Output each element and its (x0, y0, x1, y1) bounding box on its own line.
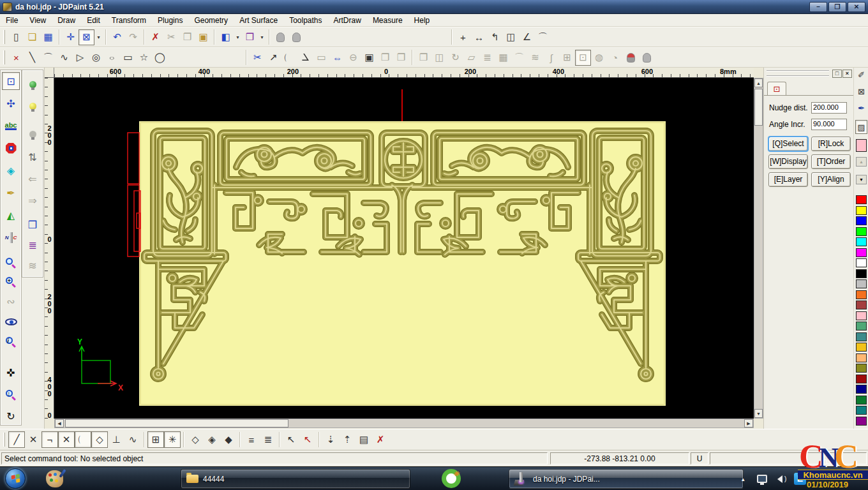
undo-icon[interactable]: ↶ (109, 29, 125, 45)
arc-array-icon[interactable]: ⌒ (511, 50, 527, 66)
draw-curve-icon[interactable]: ∿ (56, 50, 72, 66)
save-file-icon[interactable]: ▦ (40, 29, 56, 45)
render-dropdown-icon[interactable]: ▾ (258, 29, 266, 45)
start-button[interactable] (5, 468, 26, 489)
pan-tool-icon[interactable]: ✜ (2, 364, 20, 382)
display-button[interactable]: [W]Display (768, 154, 808, 169)
draw-line-icon[interactable]: ╲ (24, 50, 40, 66)
light-half-icon[interactable] (24, 97, 41, 115)
draw-ellipse-icon[interactable]: ○ (104, 52, 120, 63)
menu-edit[interactable]: Edit (81, 15, 106, 26)
drop-node-icon[interactable]: ⇣ (322, 431, 339, 448)
iso-view-1-icon[interactable]: ◇ (187, 431, 204, 448)
mirror-object-icon[interactable]: ◫ (431, 50, 447, 66)
delete-icon[interactable]: ✗ (147, 29, 163, 45)
draw-oval-icon[interactable]: ◯ (152, 50, 168, 66)
dock-minimize-icon[interactable]: □ (832, 70, 842, 78)
snap-corner-icon[interactable]: ¬ (41, 431, 58, 448)
color-swatch[interactable] (856, 301, 867, 309)
volume-tray-icon[interactable]: ) (777, 467, 786, 490)
overlap-check-icon[interactable]: ⊡ (575, 50, 591, 66)
emboss-tool-icon[interactable]: ◭ (2, 206, 20, 224)
cut-icon[interactable]: ✂ (163, 29, 179, 45)
outline-tool-icon[interactable] (2, 139, 20, 157)
select-button[interactable]: [Q]Select (768, 137, 808, 151)
color-swatch[interactable] (856, 385, 867, 394)
color-swatch[interactable] (856, 290, 867, 299)
weld-icon[interactable]: ◔ (607, 50, 623, 66)
color-swatch[interactable] (856, 375, 867, 383)
nest-icon[interactable]: ◍ (591, 50, 607, 66)
concentric-icon[interactable]: ▣ (361, 50, 377, 66)
color-swatch[interactable] (856, 417, 867, 426)
snap-tangent-icon[interactable]: ⌒ (75, 431, 91, 448)
measure-angle-icon[interactable]: ∠ (519, 29, 535, 45)
color-swatch[interactable] (856, 322, 867, 330)
measure-point-icon[interactable]: + (455, 29, 471, 45)
select-tool-icon[interactable]: ⊡ (2, 72, 20, 90)
draw-point-icon[interactable]: × (8, 50, 24, 66)
menu-plugins[interactable]: Plugins (152, 15, 188, 26)
region-tool-icon[interactable]: ◈ (2, 161, 20, 179)
fillet-icon[interactable]: ⌒ (281, 50, 297, 66)
chamfer-icon[interactable]: ∠ (297, 50, 313, 66)
snap-cross-icon[interactable]: ✕ (58, 431, 75, 448)
color-swatch[interactable] (856, 269, 867, 278)
measure-dimension-icon[interactable]: ◫ (503, 29, 519, 45)
draw-polygon-icon[interactable]: ▷ (72, 50, 88, 66)
pick-delete-icon[interactable]: ↖ (299, 431, 316, 448)
jdpaint-app-icon[interactable]: ❋ (442, 469, 461, 488)
color-scroll-up-icon[interactable]: ▲ (856, 157, 867, 167)
select-mode-dropdown-icon[interactable]: ▾ (94, 29, 103, 45)
color-swatch[interactable] (856, 195, 867, 204)
redo-icon[interactable]: ↷ (125, 29, 141, 45)
layer-book-icon[interactable]: ❒ (24, 216, 41, 234)
menu-file[interactable]: File (0, 15, 24, 26)
pick-point-icon[interactable]: ↖ (283, 431, 299, 448)
menu-geometry[interactable]: Geometry (188, 15, 234, 26)
paint-app-icon[interactable] (46, 470, 63, 487)
snap-quadrant-icon[interactable]: ◇ (91, 431, 108, 448)
copy-object-icon[interactable]: ❐ (415, 50, 431, 66)
zoom-window-icon[interactable] (2, 254, 20, 272)
axis-snap-icon[interactable]: ✳ (164, 431, 181, 448)
color-swatch[interactable] (856, 311, 867, 320)
text-tool-icon[interactable]: abc (2, 117, 20, 135)
relief-front-icon[interactable] (273, 29, 288, 45)
knife-tool-icon[interactable]: ✒ (2, 184, 20, 202)
fill-frame-icon[interactable]: ⊠ (855, 87, 867, 96)
list-select-icon[interactable]: ▤ (355, 431, 372, 448)
zoom-previous-icon[interactable]: ∾ (2, 292, 20, 310)
horizontal-scrollbar[interactable]: ◀ ▶ (54, 419, 754, 428)
menu-transform[interactable]: Transform (106, 15, 152, 26)
zoom-extents-icon[interactable]: ↕ (2, 386, 20, 404)
menu-draw[interactable]: Draw (52, 15, 81, 26)
layer-down-icon[interactable]: ≡ (243, 431, 260, 448)
nav-forward-icon[interactable]: ⇒ (24, 191, 41, 209)
wave-array-icon[interactable]: ≋ (527, 50, 543, 66)
iso-view-3-icon[interactable]: ◆ (220, 431, 237, 448)
minimize-button[interactable]: – (809, 2, 827, 12)
color-swatch[interactable] (856, 332, 867, 341)
dome-red-icon[interactable] (623, 50, 639, 66)
zoom-selected-icon[interactable]: i (2, 333, 20, 351)
zoom-in-icon[interactable]: + (2, 273, 20, 291)
color-swatch[interactable] (856, 237, 867, 246)
grid-snap-icon[interactable]: ⊞ (147, 431, 164, 448)
menu-view[interactable]: View (24, 15, 52, 26)
current-color-swatch[interactable] (856, 139, 867, 152)
horizontal-scroll-thumb[interactable] (65, 419, 288, 427)
draw-arc-icon[interactable]: ⌒ (40, 50, 56, 66)
draw-star-icon[interactable]: ☆ (136, 50, 152, 66)
scroll-left-icon[interactable]: ◀ (55, 419, 64, 427)
color-scroll-down-icon[interactable]: ▼ (856, 175, 867, 184)
material-color-icon[interactable]: ◧ (218, 29, 234, 45)
color-swatch[interactable] (856, 406, 867, 415)
scroll-down-icon[interactable]: ▼ (754, 409, 763, 418)
relief-back-icon[interactable] (288, 29, 304, 45)
restore-button[interactable]: ❐ (828, 2, 846, 12)
toolpath-tool-icon[interactable]: NC (2, 228, 20, 246)
spray-icon[interactable]: ≋ (24, 256, 41, 274)
color-swatch[interactable] (856, 227, 867, 236)
menu-art-surface[interactable]: Art Surface (234, 15, 283, 26)
